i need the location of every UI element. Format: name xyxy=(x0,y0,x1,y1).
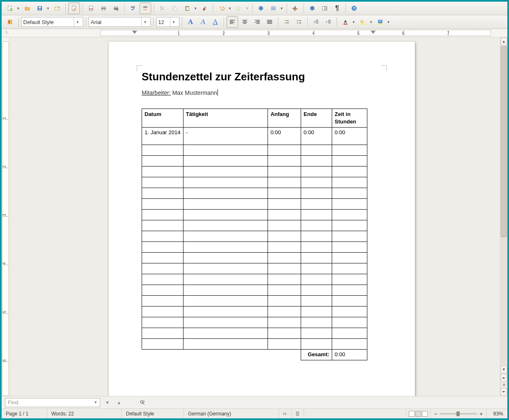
zoom-in-button[interactable]: + xyxy=(480,410,483,417)
th-activity[interactable]: Tätigkeit xyxy=(183,109,268,128)
zoom-out-button[interactable]: − xyxy=(434,410,437,417)
status-words[interactable]: Words: 22 xyxy=(47,409,122,418)
table-row[interactable] xyxy=(142,220,367,231)
zoom-percent[interactable]: 93% xyxy=(487,409,507,418)
cell-date[interactable]: 1. Januar 2014 xyxy=(142,128,183,145)
status-selection-mode[interactable] xyxy=(292,409,304,418)
insert-table-dropdown[interactable]: ▼ xyxy=(279,2,284,14)
table-row[interactable] xyxy=(142,231,367,242)
table-row[interactable] xyxy=(142,199,367,210)
table-row[interactable] xyxy=(142,296,367,307)
view-layout-buttons[interactable] xyxy=(406,409,431,418)
redo-dropdown[interactable]: ▼ xyxy=(245,2,250,14)
table-row[interactable]: 1. Januar 2014 - 0:00 0:00 0:00 xyxy=(142,128,367,145)
scroll-down-button[interactable]: ▼ xyxy=(501,366,507,373)
save-dropdown[interactable]: ▼ xyxy=(46,2,51,14)
th-start[interactable]: Anfang xyxy=(268,109,301,128)
bold-button[interactable]: A xyxy=(185,16,196,28)
document-title[interactable]: Stundenzettel zur Zeiterfassung xyxy=(142,70,382,83)
table-row[interactable] xyxy=(142,188,367,199)
vertical-ruler[interactable]: 123456 xyxy=(2,37,10,396)
paste-button[interactable] xyxy=(181,2,193,14)
font-color-button[interactable]: A xyxy=(340,16,351,28)
table-row[interactable] xyxy=(142,177,367,188)
align-center-button[interactable] xyxy=(239,16,251,28)
cut-button[interactable] xyxy=(157,2,168,14)
paste-dropdown[interactable]: ▼ xyxy=(193,2,198,14)
th-end[interactable]: Ende xyxy=(301,109,332,128)
th-hours[interactable]: Zeit in Stunden xyxy=(332,109,367,128)
gallery-button[interactable] xyxy=(319,2,330,14)
cell-end[interactable]: 0:00 xyxy=(301,128,332,145)
status-page[interactable]: Page 1 / 1 xyxy=(2,409,47,418)
format-paintbrush-button[interactable] xyxy=(199,2,210,14)
zoom-thumb[interactable] xyxy=(456,411,460,416)
table-row[interactable] xyxy=(142,253,367,263)
cell-activity[interactable]: - xyxy=(183,128,268,145)
spellcheck-button[interactable]: ABC xyxy=(127,2,139,14)
table-row[interactable] xyxy=(142,167,367,177)
increase-indent-button[interactable] xyxy=(323,16,334,28)
paragraph-bg-button[interactable] xyxy=(374,16,386,28)
scroll-thumb[interactable] xyxy=(501,46,507,237)
new-doc-button[interactable] xyxy=(4,2,16,14)
auto-spellcheck-button[interactable]: ABC xyxy=(140,2,151,14)
hruler-track[interactable]: 1234567 xyxy=(100,30,491,36)
employee-line[interactable]: Mitarbeiter: Max Mustermann xyxy=(142,89,382,96)
redo-button[interactable] xyxy=(233,2,245,14)
first-line-indent-marker[interactable] xyxy=(132,31,137,34)
highlight-dropdown[interactable]: ▼ xyxy=(369,16,374,28)
save-button[interactable] xyxy=(34,2,46,14)
paragraph-style-combo[interactable]: Default Style ▼ xyxy=(21,17,83,27)
new-doc-dropdown[interactable]: ▼ xyxy=(16,2,21,14)
nonprinting-chars-button[interactable]: ¶ xyxy=(331,2,343,14)
find-next-button[interactable]: ▴ xyxy=(114,398,123,407)
export-pdf-button[interactable]: PDF xyxy=(85,2,97,14)
table-row[interactable] xyxy=(142,285,367,296)
cell-hours[interactable]: 0:00 xyxy=(332,128,367,145)
total-value[interactable]: 0:00 xyxy=(332,350,367,360)
horizontal-ruler[interactable]: └ 1234567 xyxy=(2,29,507,37)
decrease-indent-button[interactable] xyxy=(310,16,322,28)
scroll-up-button[interactable]: ▲ xyxy=(501,38,507,45)
align-left-button[interactable] xyxy=(227,16,238,28)
help-button[interactable]: ? xyxy=(348,2,360,14)
print-button[interactable] xyxy=(98,2,109,14)
underline-button[interactable]: A xyxy=(210,16,221,28)
font-size-combo[interactable]: 12 ▼ xyxy=(156,17,179,27)
table-total-row[interactable]: Gesamt: 0:00 xyxy=(142,350,367,360)
align-justify-button[interactable] xyxy=(264,16,275,28)
paragraph-bg-dropdown[interactable]: ▼ xyxy=(386,16,391,28)
th-date[interactable]: Datum xyxy=(142,109,183,128)
cell-start[interactable]: 0:00 xyxy=(268,128,301,145)
status-insert-mode[interactable] xyxy=(279,409,292,418)
table-row[interactable] xyxy=(142,210,367,220)
right-indent-marker[interactable] xyxy=(371,31,376,34)
book-view-icon[interactable] xyxy=(422,411,428,417)
table-row[interactable] xyxy=(142,274,367,285)
styles-sidebar-button[interactable] xyxy=(4,16,16,28)
document-area[interactable]: Stundenzettel zur Zeiterfassung Mitarbei… xyxy=(10,37,500,396)
email-button[interactable] xyxy=(51,2,63,14)
open-doc-button[interactable] xyxy=(22,2,33,14)
find-replace-button[interactable] xyxy=(137,397,148,408)
numbered-list-button[interactable]: 12 xyxy=(281,16,292,28)
print-preview-button[interactable] xyxy=(110,2,122,14)
hyperlink-button[interactable] xyxy=(255,2,267,14)
prev-page-button[interactable]: ⏶ xyxy=(501,374,507,381)
table-row[interactable] xyxy=(142,317,367,328)
vertical-scrollbar[interactable]: ▲ ▼ ⏶ ⏷ xyxy=(500,37,507,396)
highlight-button[interactable] xyxy=(357,16,369,28)
font-name-combo[interactable]: Arial ▼ xyxy=(89,17,151,27)
undo-button[interactable] xyxy=(216,2,227,14)
status-lang[interactable]: German (Germany) xyxy=(184,409,279,418)
multi-page-icon[interactable] xyxy=(415,411,421,417)
hyperlink-globe-button[interactable] xyxy=(306,2,318,14)
table-row[interactable] xyxy=(142,145,367,156)
table-row[interactable] xyxy=(142,307,367,317)
next-page-button[interactable]: ⏷ xyxy=(501,388,507,396)
table-row[interactable] xyxy=(142,156,367,167)
nav-dots[interactable] xyxy=(500,382,507,388)
zoom-slider[interactable]: − + xyxy=(431,409,487,418)
timesheet-table[interactable]: Datum Tätigkeit Anfang Ende Zeit in Stun… xyxy=(142,109,367,360)
